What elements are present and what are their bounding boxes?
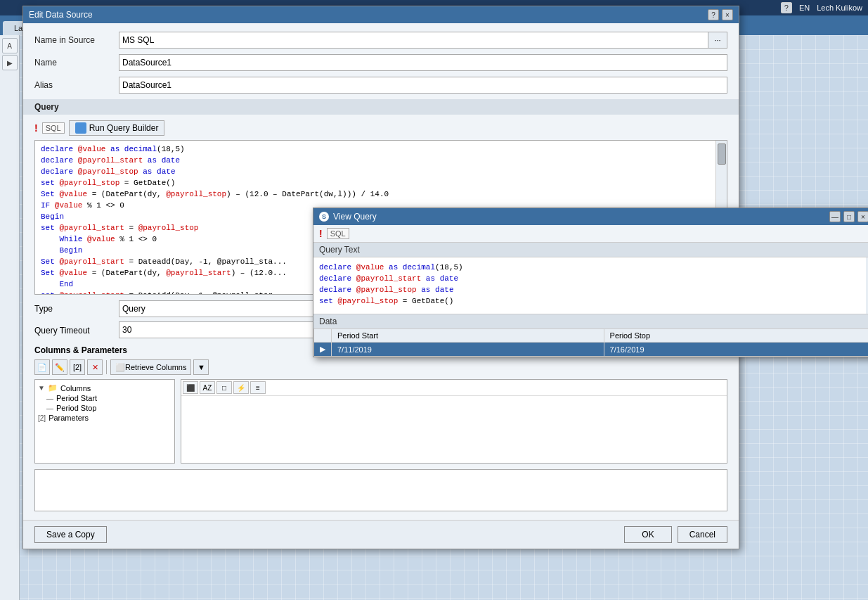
folder-icon: 📁 [48, 383, 58, 392]
footer-left: Save a Copy [34, 526, 107, 543]
help-button[interactable]: ? [708, 9, 719, 20]
prop-box-btn[interactable]: □ [216, 381, 232, 394]
vq-data-header: Data [313, 314, 868, 328]
vq-logo: S [319, 212, 329, 222]
vq-title-left: S View Query [319, 212, 377, 222]
help-icon[interactable]: ? [781, 2, 792, 13]
tree-period-stop-item[interactable]: — Period Stop [38, 403, 171, 413]
vq-col-period-stop: Period Stop [604, 329, 868, 343]
query-error-icon: ! [34, 122, 38, 134]
vq-code-area: declare @value as decimal(18,5) declare … [313, 257, 868, 314]
type-label: Type [34, 304, 119, 314]
vq-title-bar: S View Query — □ × [313, 208, 868, 225]
cols-extra-btn[interactable]: ▼ [193, 359, 209, 375]
vq-title: View Query [333, 212, 377, 222]
vq-table-header-row: Period Start Period Stop [314, 329, 869, 343]
vq-data-table: Period Start Period Stop ▶ 7/11/2019 7/1… [313, 328, 868, 357]
properties-panel: ⬛ AZ □ ⚡ ≡ [181, 379, 727, 464]
period-stop-label: Period Stop [56, 404, 96, 412]
prop-list-btn[interactable]: ≡ [250, 381, 266, 394]
cols-params-btn[interactable]: [2] [70, 359, 85, 375]
edit-dialog-title-bar: Edit Data Source ? × [23, 6, 739, 23]
footer-right: OK Cancel [624, 526, 727, 543]
vq-data-section: Data Period Start Period Stop ▶ 7/11/201… [313, 314, 868, 357]
left-tool-2[interactable]: ▶ [2, 55, 18, 70]
tree-panel: ▼ 📁 Columns — Period Start — Period Stop… [34, 379, 175, 464]
left-tool-1[interactable]: A [2, 38, 18, 53]
name-row: Name [34, 54, 727, 71]
toolbar-separator [106, 360, 107, 374]
cols-add-btn[interactable]: 📄 [34, 359, 50, 375]
vq-maximize-btn[interactable]: □ [843, 211, 855, 222]
prop-az-btn[interactable]: AZ [200, 381, 215, 394]
query-toolbar: ! SQL Run Query Builder [34, 120, 727, 136]
language-selector[interactable]: EN [799, 4, 810, 12]
view-query-dialog: S View Query — □ × ! SQL Query Text decl… [313, 208, 868, 357]
row-arrow: ▶ [314, 343, 332, 357]
name-in-source-input[interactable] [119, 32, 708, 49]
memo-area[interactable] [34, 469, 727, 511]
period-start-label: Period Start [56, 394, 97, 402]
name-in-source-browse-btn[interactable]: ··· [708, 32, 727, 49]
user-name: Lech Kulikow [817, 4, 862, 12]
tree-period-start-item[interactable]: — Period Start [38, 393, 171, 403]
timeout-label: Query Timeout [34, 326, 119, 336]
cancel-button[interactable]: Cancel [678, 526, 727, 543]
columns-label: Columns [60, 384, 91, 392]
parameters-label: Parameters [48, 414, 89, 422]
name-label: Name [34, 58, 119, 68]
retrieve-columns-label: Retrieve Columns [125, 363, 186, 371]
table-row[interactable]: ▶ 7/11/2019 7/16/2019 [314, 343, 869, 357]
title-bar-buttons: ? × [708, 9, 733, 20]
tree-item-icon2: — [46, 404, 53, 412]
cols-edit-btn[interactable]: ✏️ [52, 359, 67, 375]
vq-title-buttons: — □ × [829, 211, 868, 222]
vq-table-body: ▶ 7/11/2019 7/16/2019 [314, 343, 869, 357]
name-input[interactable] [119, 54, 727, 71]
cols-toolbar: 📄 ✏️ [2] ✕ ⬜ Retrieve Columns ▼ [34, 359, 727, 375]
vq-query-text-header: Query Text [313, 243, 868, 257]
alias-label: Alias [34, 80, 119, 90]
retrieve-columns-icon: ⬜ [115, 363, 125, 372]
dialog-footer: Save a Copy OK Cancel [23, 520, 739, 549]
tree-item-icon1: — [46, 395, 53, 402]
query-builder-icon [75, 122, 86, 134]
params-icon: [2] [38, 414, 46, 422]
left-toolbar: A ▶ [0, 35, 20, 600]
vq-col-arrow [314, 329, 332, 343]
vq-sql-badge: SQL [327, 228, 349, 239]
name-in-source-row: Name in Source ··· [34, 32, 727, 49]
vq-error-icon: ! [319, 228, 323, 239]
tree-expand-icon: ▼ [38, 384, 45, 392]
close-button[interactable]: × [722, 9, 733, 20]
cols-content: ▼ 📁 Columns — Period Start — Period Stop… [34, 379, 727, 464]
prop-lightning-btn[interactable]: ⚡ [233, 381, 249, 394]
run-query-builder-label: Run Query Builder [89, 123, 159, 133]
scrollbar-thumb [718, 143, 726, 165]
ok-button[interactable]: OK [624, 526, 671, 543]
cols-delete-btn[interactable]: ✕ [87, 359, 103, 375]
tree-parameters-item[interactable]: [2] Parameters [38, 413, 171, 423]
retrieve-columns-btn[interactable]: ⬜ Retrieve Columns [110, 359, 191, 375]
vq-table-head: Period Start Period Stop [314, 329, 869, 343]
edit-dialog-title: Edit Data Source [29, 10, 93, 20]
sql-badge: SQL [42, 122, 65, 134]
period-start-cell: 7/11/2019 [332, 343, 604, 357]
tree-columns-item[interactable]: ▼ 📁 Columns [38, 383, 171, 393]
vq-col-period-start: Period Start [332, 329, 604, 343]
period-stop-cell: 7/16/2019 [604, 343, 868, 357]
cols-params-section: Columns & Parameters 📄 ✏️ [2] ✕ ⬜ Retrie… [34, 345, 727, 464]
save-copy-button[interactable]: Save a Copy [34, 526, 107, 543]
name-in-source-label: Name in Source [34, 35, 119, 45]
vq-close-btn[interactable]: × [857, 211, 868, 222]
vq-minimize-btn[interactable]: — [829, 211, 841, 222]
query-section-header: Query [23, 99, 739, 115]
name-in-source-input-group: ··· [119, 32, 727, 49]
prop-sort-btn[interactable]: ⬛ [183, 381, 198, 394]
prop-toolbar: ⬛ AZ □ ⚡ ≡ [181, 380, 727, 396]
run-query-builder-btn[interactable]: Run Query Builder [69, 120, 165, 136]
alias-input[interactable] [119, 77, 727, 94]
vq-toolbar: ! SQL [313, 225, 868, 243]
alias-row: Alias [34, 77, 727, 94]
